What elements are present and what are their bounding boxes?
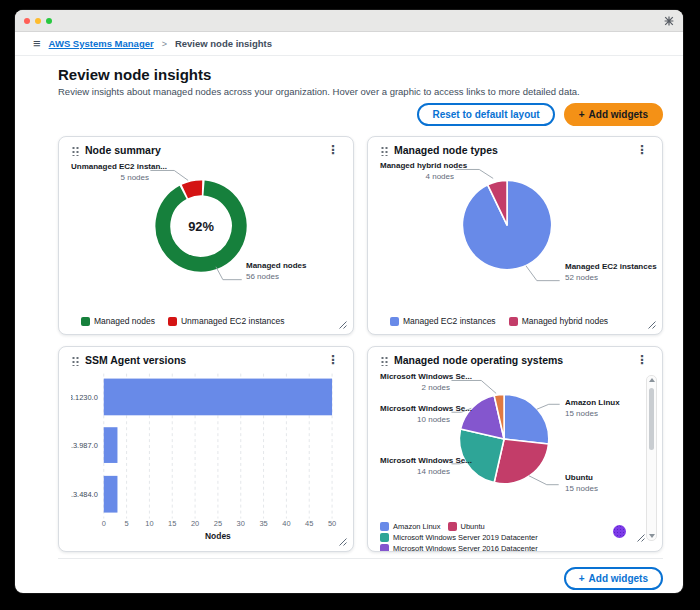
reset-layout-button[interactable]: Reset to default layout xyxy=(417,103,554,126)
widget-ssm-agent-versions: SSM Agent versions ⋮ 0510152025303540455… xyxy=(58,346,354,552)
callout-value: 15 nodes xyxy=(565,484,598,495)
callout-value: 15 nodes xyxy=(565,409,620,420)
callout-managed: Managed nodes 56 nodes xyxy=(246,261,306,282)
main-content: Review node insights Review insights abo… xyxy=(15,56,683,590)
callout-windows-2019: Microsoft Windows Se... 14 nodes xyxy=(380,456,450,477)
resize-handle[interactable] xyxy=(338,537,347,546)
legend-label: Microsoft Windows Server 2019 Datacenter xyxy=(393,532,538,543)
app-window: ≡ AWS Systems Manager > Review node insi… xyxy=(15,10,683,593)
resize-handle[interactable] xyxy=(647,320,656,329)
menu-icon[interactable]: ≡ xyxy=(33,37,41,50)
plus-icon: + xyxy=(579,108,585,121)
legend-item: Managed nodes xyxy=(81,316,155,327)
scrollbar-thumb[interactable] xyxy=(649,388,654,450)
zoom-button[interactable] xyxy=(46,18,52,24)
drag-handle-icon[interactable] xyxy=(71,355,79,366)
legend-label: Managed nodes xyxy=(94,316,155,327)
legend-swatch xyxy=(81,317,90,326)
titlebar xyxy=(15,10,683,32)
callout-ec2: Managed EC2 instances 52 nodes xyxy=(565,262,657,283)
callout-value: 14 nodes xyxy=(380,467,450,478)
bar-chart-svg: 051015202530354045503.3.1230.03.3.987.03… xyxy=(71,369,341,544)
callout-windows-2022: Microsoft Windows Se... 2 nodes xyxy=(380,372,450,393)
legend-item: Unmanaged EC2 instances xyxy=(168,316,284,327)
callout-title: Microsoft Windows Se... xyxy=(380,372,450,383)
page-footer: +Add widgets xyxy=(58,558,663,590)
expand-icon[interactable] xyxy=(664,16,674,26)
legend-label: Managed EC2 instances xyxy=(403,316,496,327)
add-widgets-button[interactable]: +Add widgets xyxy=(564,103,663,126)
widget-header: SSM Agent versions ⋮ xyxy=(71,354,341,366)
kebab-menu-icon[interactable]: ⋮ xyxy=(634,354,650,366)
widget-grid: Node summary ⋮ 92% Unmanaged EC2 instan.… xyxy=(58,136,663,552)
callout-unmanaged: Unmanaged EC2 instan... 5 nodes xyxy=(71,162,149,183)
svg-text:50: 50 xyxy=(328,519,336,528)
widget-managed-node-os: Managed node operating systems ⋮ Microso… xyxy=(367,346,663,552)
node-os-pie-chart[interactable]: Microsoft Windows Se... 2 nodes Microsof… xyxy=(380,369,650,519)
callout-ubuntu: Ubuntu 15 nodes xyxy=(565,473,598,494)
callout-title: Managed EC2 instances xyxy=(565,262,657,273)
node-summary-donut-chart[interactable]: 92% Unmanaged EC2 instan... 5 nodes Mana… xyxy=(71,159,341,309)
close-button[interactable] xyxy=(24,18,30,24)
chart-legend: Managed EC2 instancesManaged hybrid node… xyxy=(380,316,650,327)
svg-text:35: 35 xyxy=(259,519,267,528)
legend-item: Ubuntu xyxy=(448,521,485,532)
callout-title: Amazon Linux xyxy=(565,398,620,409)
legend-item: Amazon Linux xyxy=(380,521,441,532)
drag-handle-icon[interactable] xyxy=(380,355,388,366)
widget-header: Managed node types ⋮ xyxy=(380,144,650,156)
widget-scrollbar[interactable] xyxy=(646,375,657,541)
legend-swatch xyxy=(380,533,389,542)
ssm-versions-bar-chart[interactable]: 051015202530354045503.3.1230.03.3.987.03… xyxy=(71,369,341,544)
breadcrumb-link[interactable]: AWS Systems Manager xyxy=(49,38,154,49)
svg-text:20: 20 xyxy=(191,519,199,528)
drag-handle-icon[interactable] xyxy=(71,145,79,156)
svg-text:3.3.484.0: 3.3.484.0 xyxy=(71,490,98,499)
legend-swatch xyxy=(380,544,389,552)
widget-managed-node-types: Managed node types ⋮ Managed hybrid node… xyxy=(367,136,663,335)
svg-text:25: 25 xyxy=(214,519,222,528)
callout-value: 2 nodes xyxy=(380,383,450,394)
kebab-menu-icon[interactable]: ⋮ xyxy=(325,354,341,366)
kebab-menu-icon[interactable]: ⋮ xyxy=(634,144,650,156)
callout-windows-2016: Microsoft Windows Se... 10 nodes xyxy=(380,404,450,425)
legend-item: Managed hybrid nodes xyxy=(509,316,608,327)
svg-text:40: 40 xyxy=(282,519,290,528)
legend-swatch xyxy=(380,522,389,531)
widget-title: Managed node types xyxy=(394,144,498,156)
resize-handle[interactable] xyxy=(636,533,645,542)
scroll-down-icon[interactable] xyxy=(649,534,655,538)
node-types-pie-chart[interactable]: Managed hybrid nodes 4 nodes Managed EC2… xyxy=(380,159,650,309)
legend-item: Managed EC2 instances xyxy=(390,316,496,327)
widget-title: Managed node operating systems xyxy=(394,354,563,366)
svg-text:45: 45 xyxy=(305,519,313,528)
add-widgets-label: Add widgets xyxy=(589,572,648,585)
chart-legend: Managed nodesUnmanaged EC2 instances xyxy=(71,316,341,327)
legend-label: Managed hybrid nodes xyxy=(522,316,608,327)
minimize-button[interactable] xyxy=(35,18,41,24)
add-widgets-label: Add widgets xyxy=(589,108,648,121)
purple-cursor-dot xyxy=(613,525,626,538)
resize-handle[interactable] xyxy=(338,320,347,329)
svg-text:3.3.987.0: 3.3.987.0 xyxy=(71,441,98,450)
page-subtitle: Review insights about managed nodes acro… xyxy=(58,86,663,97)
drag-handle-icon[interactable] xyxy=(380,145,388,156)
callout-connector xyxy=(526,266,560,281)
widget-header: Managed node operating systems ⋮ xyxy=(380,354,650,366)
add-widgets-bottom-button[interactable]: +Add widgets xyxy=(564,567,663,590)
legend-label: Amazon Linux xyxy=(393,521,441,532)
breadcrumb: ≡ AWS Systems Manager > Review node insi… xyxy=(15,32,683,56)
scroll-up-icon[interactable] xyxy=(649,378,655,382)
legend-swatch xyxy=(448,522,457,531)
callout-title: Unmanaged EC2 instan... xyxy=(71,162,149,173)
callout-value: 52 nodes xyxy=(565,273,657,284)
callout-connector xyxy=(150,170,188,180)
svg-text:3.3.1230.0: 3.3.1230.0 xyxy=(71,393,98,402)
kebab-menu-icon[interactable]: ⋮ xyxy=(325,144,341,156)
callout-connector xyxy=(451,380,496,393)
callout-connector xyxy=(529,476,559,485)
widget-title: Node summary xyxy=(85,144,161,156)
legend-swatch xyxy=(168,317,177,326)
callout-title: Managed hybrid nodes xyxy=(380,161,454,172)
breadcrumb-current: Review node insights xyxy=(175,38,272,49)
